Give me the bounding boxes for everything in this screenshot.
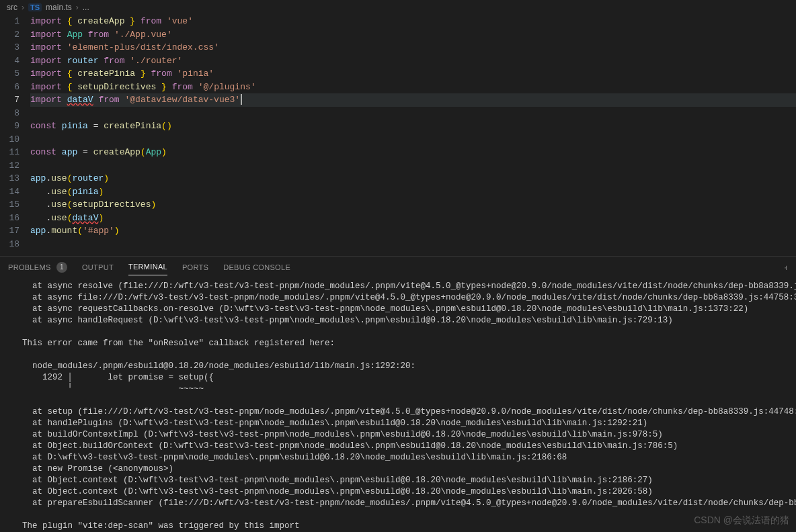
split-panel-icon[interactable]: ⫞: [784, 263, 788, 271]
tab-problems[interactable]: PROBLEMS 1: [8, 258, 67, 277]
problems-badge: 1: [56, 262, 67, 273]
panel-actions: ⫞: [784, 263, 788, 271]
breadcrumb-more[interactable]: ...: [83, 3, 89, 12]
terminal-output[interactable]: at async resolve (file:///D:/wft/v3-test…: [0, 278, 796, 532]
panel-tabs: PROBLEMS 1 OUTPUT TERMINAL PORTS DEBUG C…: [0, 257, 796, 278]
tab-ports[interactable]: PORTS: [182, 259, 208, 275]
chevron-right-icon: ›: [76, 3, 79, 12]
line-gutter: 123456789101112131415161718: [0, 15, 30, 251]
code-editor[interactable]: 123456789101112131415161718 import { cre…: [0, 15, 796, 251]
tab-debug-console[interactable]: DEBUG CONSOLE: [223, 259, 290, 275]
chevron-right-icon: ›: [22, 3, 24, 12]
breadcrumb-file[interactable]: main.ts: [46, 3, 72, 12]
breadcrumb-folder[interactable]: src: [7, 3, 17, 12]
typescript-file-icon: TS: [28, 3, 42, 11]
bottom-panel: PROBLEMS 1 OUTPUT TERMINAL PORTS DEBUG C…: [0, 256, 796, 532]
code-area[interactable]: import { createApp } from 'vue'import Ap…: [30, 15, 796, 251]
tab-terminal[interactable]: TERMINAL: [128, 259, 167, 275]
tab-output[interactable]: OUTPUT: [82, 259, 114, 275]
breadcrumb: src › TS main.ts › ...: [0, 0, 796, 15]
